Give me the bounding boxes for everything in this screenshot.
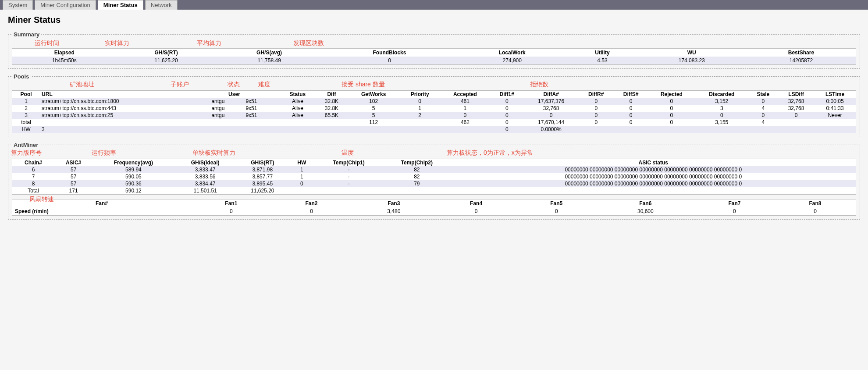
cell-lsdiff: 0 — [778, 112, 814, 119]
cell-fan5: 0 — [516, 207, 597, 216]
cell-accepted — [440, 126, 490, 133]
cell-pool: 2 — [12, 105, 40, 112]
cell-ghs_ideal: 3,833.56 — [174, 173, 236, 180]
cell-ghs_rt: 3,871.98 — [236, 166, 289, 173]
summary-row: 1h45m50s 11,625.20 11,758.49 0 274,900 4… — [12, 57, 856, 65]
cell-chain: 7 — [12, 173, 55, 180]
cell-pool: total — [12, 119, 40, 126]
th-fan7: Fan7 — [694, 199, 775, 208]
cell-lstime — [814, 126, 856, 133]
th-ghs-ideal: GH/S(ideal) — [174, 159, 236, 167]
cell-asic: 57 — [54, 173, 92, 180]
cell-status — [280, 126, 316, 133]
cell-fan1: 0 — [191, 207, 271, 216]
summary-legend: Summary — [12, 31, 41, 38]
th-ghs-rt: GH/S(RT) — [117, 49, 216, 57]
th-fan-no: Fan# — [12, 199, 191, 208]
cell-lsdiff: 32,768 — [778, 98, 814, 105]
tab-miner-configuration[interactable]: Miner Configuration — [35, 0, 96, 10]
cell-temp2 — [383, 187, 451, 195]
cell-diff1: 0 — [490, 126, 523, 133]
th-wu: WU — [637, 49, 747, 57]
cell-elapsed: 1h45m50s — [12, 57, 117, 65]
cell-url — [40, 119, 189, 126]
cell-lstime — [814, 119, 856, 126]
cell-freq: 590.12 — [92, 187, 174, 195]
cell-asic: 57 — [54, 180, 92, 187]
cell-stale — [748, 126, 778, 133]
cell-status — [280, 119, 316, 126]
cell-ghs-rt: 11,625.20 — [117, 57, 216, 65]
cell-url: stratum+tcp://cn.ss.btc.com:25 — [40, 112, 189, 119]
antminer-row: 857590.363,834.473,895.450-7900000000 00… — [12, 180, 856, 187]
cell-lstime: Never — [814, 112, 856, 119]
cell-hw: 0 — [289, 180, 315, 187]
cell-diff — [316, 126, 348, 133]
cell-lstime: 0:00:05 — [814, 98, 856, 105]
cell-url: 3 — [40, 126, 189, 133]
cell-diffr: 0 — [579, 105, 614, 112]
cell-pool: 3 — [12, 112, 40, 119]
page-title: Miner Status — [8, 15, 860, 25]
cell-priority — [400, 119, 440, 126]
tab-miner-status[interactable]: Miner Status — [98, 0, 143, 10]
cell-fan7: 0 — [694, 207, 775, 216]
antminer-row: 757590.053,833.563,857.771-8200000000 00… — [12, 173, 856, 180]
pool-row: 1stratum+tcp://cn.ss.btc.com:1800antgu 9… — [12, 98, 856, 105]
cell-ghs-avg: 11,758.49 — [216, 57, 323, 65]
th-rejected: Rejected — [648, 91, 695, 98]
pools-legend: Pools — [12, 73, 31, 80]
pools-table: Pool URL User Status Diff GetWorks Prior… — [12, 90, 856, 133]
cell-diffa: 0 — [523, 112, 578, 119]
cell-chain: 8 — [12, 180, 55, 187]
cell-fan6: 30,600 — [597, 207, 694, 216]
cell-diffr: 0 — [579, 98, 614, 105]
th-hw: HW — [289, 159, 315, 167]
cell-ghs_rt: 3,857.77 — [236, 173, 289, 180]
cell-diffr: 0 — [579, 112, 614, 119]
cell-utility: 4.53 — [568, 57, 637, 65]
cell-diffa: 0.0000% — [523, 126, 578, 133]
cell-freq: 590.05 — [92, 173, 174, 180]
fan-table: Fan# Fan1 Fan2 Fan3 Fan4 Fan5 Fan6 Fan7 … — [12, 199, 856, 216]
cell-diff: 32.8K — [316, 105, 348, 112]
cell-user: antgu 9x51 — [189, 105, 280, 112]
cell-rejected — [648, 126, 695, 133]
cell-lsdiff: 32,768 — [778, 105, 814, 112]
th-temp1: Temp(Chip1) — [315, 159, 383, 167]
th-local-work: LocalWork — [456, 49, 568, 57]
th-utility: Utility — [568, 49, 637, 57]
cell-stale: 4 — [748, 119, 778, 126]
cell-ghs_ideal: 11,501.51 — [174, 187, 236, 195]
cell-temp1: - — [315, 166, 383, 173]
th-asic: ASIC# — [54, 159, 92, 167]
cell-diffr: 0 — [579, 119, 614, 126]
tab-system[interactable]: System — [3, 0, 33, 10]
fan-row: Speed (r/min) 0 0 3,480 0 0 30,600 0 0 — [12, 207, 856, 216]
cell-lstime: 0:41:33 — [814, 105, 856, 112]
th-ghs-rt-board: GH/S(RT) — [236, 159, 289, 167]
cell-asic_status: 00000000 00000000 00000000 00000000 0000… — [451, 173, 856, 180]
th-chain: Chain# — [12, 159, 55, 167]
cell-user — [189, 119, 280, 126]
cell-diff1: 0 — [490, 119, 523, 126]
cell-fan8: 0 — [775, 207, 856, 216]
cell-lsdiff — [778, 126, 814, 133]
cell-hw — [289, 187, 315, 195]
cell-ghs_ideal: 3,833.47 — [174, 166, 236, 173]
cell-accepted: 462 — [440, 119, 490, 126]
cell-diff1: 0 — [490, 105, 523, 112]
cell-hw: 1 — [289, 166, 315, 173]
th-getworks: GetWorks — [348, 91, 400, 98]
cell-discarded — [695, 126, 748, 133]
cell-url: stratum+tcp://cn.ss.btc.com:1800 — [40, 98, 189, 105]
cell-getworks: 5 — [348, 105, 400, 112]
th-accepted: Accepted — [440, 91, 490, 98]
tab-network[interactable]: Network — [145, 0, 178, 10]
th-diff1: Diff1# — [490, 91, 523, 98]
cell-accepted: 1 — [440, 105, 490, 112]
th-freq: Frequency(avg) — [92, 159, 174, 167]
cell-ghs_rt: 3,895.45 — [236, 180, 289, 187]
th-discarded: Discarded — [695, 91, 748, 98]
cell-freq: 590.36 — [92, 180, 174, 187]
